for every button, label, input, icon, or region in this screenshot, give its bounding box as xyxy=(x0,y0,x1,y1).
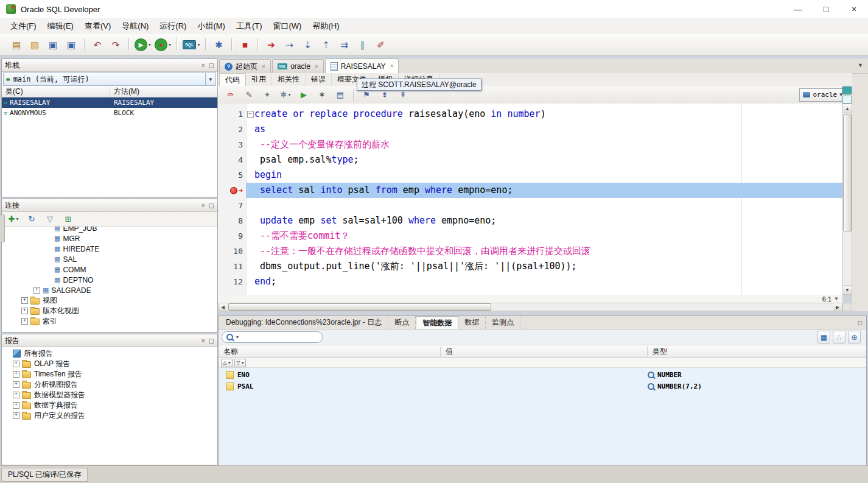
report-item[interactable]: +用户定义的报告 xyxy=(2,411,217,421)
code-line[interactable]: 10 --注意：一般不在存储过程或存储函数中提交和回滚，由调用者来进行提交或回滚 xyxy=(218,244,842,259)
breakpoint-icon[interactable] xyxy=(230,187,237,194)
split-vertical-button[interactable] xyxy=(842,96,852,104)
open-button[interactable]: ▨ xyxy=(26,37,43,52)
code-editor[interactable]: 1−create or replace procedure raisesalay… xyxy=(218,104,842,295)
compile-options-button[interactable]: ✱▾ xyxy=(277,87,294,103)
tree-item[interactable]: ▦MGR xyxy=(2,233,217,244)
watch-row[interactable]: PSALNUMBER(7,2) xyxy=(219,381,866,392)
tab-overflow-icon[interactable]: ▼ xyxy=(858,62,863,68)
expand-icon[interactable]: + xyxy=(33,287,40,294)
search-box[interactable]: ▾ xyxy=(222,331,323,343)
debug-tab[interactable]: 智能数据 xyxy=(416,316,458,329)
scroll-left-icon[interactable]: ◀ xyxy=(219,303,227,311)
expand-icon[interactable]: + xyxy=(13,371,19,378)
chevron-down-icon[interactable]: ▾ xyxy=(16,216,18,222)
edit-icon[interactable]: ✎ xyxy=(240,87,257,103)
debug-needle-icon[interactable]: ✑ xyxy=(222,87,239,103)
report-item[interactable]: +数据模型器报告 xyxy=(2,390,217,400)
split-horizontal-button[interactable] xyxy=(842,86,852,94)
close-tab-icon[interactable]: × xyxy=(315,63,318,70)
tree-item[interactable]: +视图 xyxy=(2,295,217,306)
debug-tab[interactable]: 数据 xyxy=(458,316,486,329)
debug-icon[interactable]: ✶ xyxy=(313,87,331,103)
step-into-button[interactable]: ⇣ xyxy=(299,37,316,52)
scrollbar-thumb[interactable] xyxy=(843,115,852,231)
step-over-button[interactable]: ⇢ xyxy=(281,37,298,52)
stack-column-method[interactable]: 方法(M) xyxy=(110,86,217,97)
chevron-down-icon[interactable]: ▾ xyxy=(197,42,200,48)
column-header-name[interactable]: 名称 xyxy=(219,347,441,357)
tree-item[interactable]: ▦EMP_JOB xyxy=(2,227,217,233)
tree-item[interactable]: +▦SALGRADE xyxy=(2,285,217,295)
new-file-button[interactable]: ▤ xyxy=(8,37,25,52)
expand-icon[interactable]: + xyxy=(21,308,28,314)
stack-column-class[interactable]: 类(C) xyxy=(2,86,110,97)
run-to-cursor-button[interactable]: ✐ xyxy=(372,37,389,52)
menu-item[interactable]: 工具(T) xyxy=(231,19,268,33)
filter-button[interactable]: ▽ xyxy=(41,213,58,225)
code-line[interactable]: 1−create or replace procedure raisesalay… xyxy=(218,107,842,122)
editor-sub-tab[interactable]: 相关性 xyxy=(272,73,306,86)
scroll-down-icon[interactable]: ▼ xyxy=(843,285,852,294)
expand-icon[interactable]: + xyxy=(13,402,19,409)
expand-icon[interactable]: + xyxy=(13,392,19,398)
expand-icon[interactable]: + xyxy=(13,412,19,419)
gears-icon[interactable]: ✱ xyxy=(210,37,227,52)
restore-icon[interactable]: ◻ xyxy=(209,62,214,69)
close-icon[interactable]: × xyxy=(201,62,205,69)
sort-descending-button[interactable]: ▽ ▾ xyxy=(234,359,246,367)
watch-row[interactable]: ENONUMBER xyxy=(219,369,866,381)
column-header-value[interactable]: 值 xyxy=(441,347,648,357)
pause-button[interactable]: ∥ xyxy=(354,37,371,52)
save-button[interactable]: ▣ xyxy=(44,37,61,52)
menu-item[interactable]: 文件(F) xyxy=(5,19,42,33)
expand-icon[interactable]: + xyxy=(13,381,19,388)
code-line[interactable]: 7 xyxy=(218,198,842,213)
doc-tab[interactable]: RAISESALAY× xyxy=(325,58,399,73)
save-all-button[interactable]: ▣ xyxy=(63,37,80,52)
terminate-button[interactable]: ■ xyxy=(236,37,253,52)
stack-row[interactable]: ≡RAISESALAYRAISESALAY xyxy=(2,97,217,108)
restore-icon[interactable]: ◻ xyxy=(209,337,214,344)
code-line[interactable]: 3 --定义一个变量保存涨前的薪水 xyxy=(218,137,842,152)
run-icon[interactable]: ▶ xyxy=(295,87,312,103)
scroll-right-icon[interactable]: ▶ xyxy=(833,303,842,311)
menu-item[interactable]: 查看(V) xyxy=(79,19,116,33)
stack-row[interactable]: ≡ANONYMOUSBLOCK xyxy=(2,108,217,118)
sql-worksheet-button[interactable]: SQL▾ xyxy=(181,37,201,52)
redo-button[interactable]: ↷ xyxy=(107,37,124,52)
maximize-button[interactable]: □ xyxy=(812,0,840,18)
add-connection-button[interactable]: ✚▾ xyxy=(5,213,22,225)
search-input[interactable] xyxy=(242,333,318,342)
scroll-up-icon[interactable]: ▲ xyxy=(843,104,852,113)
tree-item[interactable]: ▦COMM xyxy=(2,264,217,275)
report-item[interactable]: 所有报告 xyxy=(2,348,217,359)
editor-sub-tab[interactable]: 引用 xyxy=(246,73,272,86)
zoom-button[interactable]: ⊕ xyxy=(848,331,861,344)
menu-item[interactable]: 运行(R) xyxy=(154,19,192,33)
scrollbar-thumb[interactable] xyxy=(228,303,491,311)
editor-sub-tab[interactable]: 错误 xyxy=(306,73,332,86)
report-item[interactable]: +数据字典报告 xyxy=(2,400,217,411)
chevron-down-icon[interactable]: ▾ xyxy=(169,42,171,48)
type-inspect-icon[interactable] xyxy=(648,383,654,390)
close-button[interactable]: × xyxy=(840,0,868,18)
menu-item[interactable]: 编辑(E) xyxy=(42,19,79,33)
close-tab-icon[interactable]: × xyxy=(390,63,394,69)
code-line[interactable]: 9 --需不需要commit？ xyxy=(218,228,842,244)
connection-selector[interactable]: oracle ▼ xyxy=(799,88,846,102)
step-out-button[interactable]: ⇡ xyxy=(317,37,334,52)
doc-tab[interactable]: ?起始页× xyxy=(219,59,271,73)
code-line[interactable]: 5begin xyxy=(218,167,842,183)
sort-ascending-button[interactable]: △ ▾ xyxy=(221,359,233,367)
close-tab-icon[interactable]: × xyxy=(262,63,265,70)
fold-icon[interactable]: − xyxy=(247,111,254,118)
column-header-type[interactable]: 类型 xyxy=(648,347,866,357)
profile-icon[interactable]: ▤ xyxy=(332,87,349,103)
debug-tab[interactable]: Debugging: IdeConnections%23oracle.jpr -… xyxy=(220,316,388,329)
code-line[interactable]: 11 dbms_output.put_line('涨前: '||psal||'涨… xyxy=(218,259,842,274)
undo-button[interactable]: ↶ xyxy=(89,37,106,52)
expand-icon[interactable]: + xyxy=(21,297,28,304)
code-line[interactable]: 8 update emp set sal=sal+100 where empno… xyxy=(218,213,842,228)
doc-tab[interactable]: SQLoracle× xyxy=(272,59,324,73)
